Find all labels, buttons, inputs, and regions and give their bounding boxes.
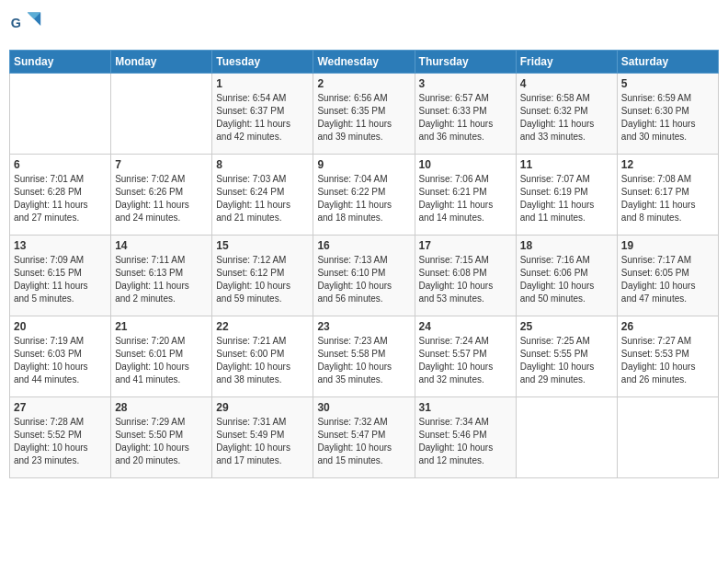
day-number: 10 xyxy=(419,158,512,171)
day-info: Sunrise: 7:01 AM Sunset: 6:28 PM Dayligh… xyxy=(14,173,107,224)
day-info: Sunrise: 7:27 AM Sunset: 5:53 PM Dayligh… xyxy=(621,335,714,386)
svg-text:G: G xyxy=(11,16,21,30)
day-number: 13 xyxy=(14,239,107,252)
day-info: Sunrise: 7:13 AM Sunset: 6:10 PM Dayligh… xyxy=(317,254,410,305)
day-number: 30 xyxy=(317,401,410,414)
day-of-week-header: Sunday xyxy=(10,51,111,74)
calendar-cell: 3Sunrise: 6:57 AM Sunset: 6:33 PM Daylig… xyxy=(415,74,516,155)
day-info: Sunrise: 7:21 AM Sunset: 6:00 PM Dayligh… xyxy=(216,335,309,386)
day-number: 8 xyxy=(216,158,309,171)
logo-icon: G xyxy=(9,9,42,42)
calendar-cell: 1Sunrise: 6:54 AM Sunset: 6:37 PM Daylig… xyxy=(212,74,313,155)
day-info: Sunrise: 6:54 AM Sunset: 6:37 PM Dayligh… xyxy=(216,92,309,144)
calendar-cell: 18Sunrise: 7:16 AM Sunset: 6:06 PM Dayli… xyxy=(516,236,617,316)
calendar-cell: 9Sunrise: 7:04 AM Sunset: 6:22 PM Daylig… xyxy=(313,155,415,236)
day-info: Sunrise: 7:03 AM Sunset: 6:24 PM Dayligh… xyxy=(216,173,309,224)
calendar-cell: 29Sunrise: 7:31 AM Sunset: 5:49 PM Dayli… xyxy=(212,397,313,478)
day-of-week-header: Tuesday xyxy=(212,51,313,74)
calendar-cell: 19Sunrise: 7:17 AM Sunset: 6:05 PM Dayli… xyxy=(617,236,718,316)
day-info: Sunrise: 7:29 AM Sunset: 5:50 PM Dayligh… xyxy=(115,416,208,467)
calendar-cell: 13Sunrise: 7:09 AM Sunset: 6:15 PM Dayli… xyxy=(10,236,111,316)
day-of-week-header: Monday xyxy=(111,51,212,74)
logo: G xyxy=(9,9,48,42)
day-number: 7 xyxy=(115,158,208,171)
day-info: Sunrise: 7:25 AM Sunset: 5:55 PM Dayligh… xyxy=(520,335,613,386)
day-number: 17 xyxy=(419,239,512,252)
day-of-week-header: Friday xyxy=(516,51,617,74)
day-info: Sunrise: 7:15 AM Sunset: 6:08 PM Dayligh… xyxy=(419,254,512,305)
day-number: 19 xyxy=(621,239,714,252)
day-number: 26 xyxy=(621,320,714,333)
day-number: 22 xyxy=(216,320,309,333)
day-info: Sunrise: 7:32 AM Sunset: 5:47 PM Dayligh… xyxy=(317,416,410,467)
day-info: Sunrise: 7:11 AM Sunset: 6:13 PM Dayligh… xyxy=(115,254,208,305)
day-number: 18 xyxy=(520,239,613,252)
day-info: Sunrise: 7:23 AM Sunset: 5:58 PM Dayligh… xyxy=(317,335,410,386)
calendar-cell: 30Sunrise: 7:32 AM Sunset: 5:47 PM Dayli… xyxy=(313,397,415,478)
day-number: 12 xyxy=(621,158,714,171)
day-number: 31 xyxy=(419,401,512,414)
calendar-cell: 23Sunrise: 7:23 AM Sunset: 5:58 PM Dayli… xyxy=(313,316,415,397)
calendar-cell: 15Sunrise: 7:12 AM Sunset: 6:12 PM Dayli… xyxy=(212,236,313,316)
day-number: 15 xyxy=(216,239,309,252)
day-info: Sunrise: 7:34 AM Sunset: 5:46 PM Dayligh… xyxy=(419,416,512,467)
day-info: Sunrise: 7:04 AM Sunset: 6:22 PM Dayligh… xyxy=(317,173,410,224)
calendar-cell xyxy=(111,74,212,155)
day-info: Sunrise: 7:16 AM Sunset: 6:06 PM Dayligh… xyxy=(520,254,613,305)
day-info: Sunrise: 6:58 AM Sunset: 6:32 PM Dayligh… xyxy=(520,92,613,144)
calendar-cell: 17Sunrise: 7:15 AM Sunset: 6:08 PM Dayli… xyxy=(415,236,516,316)
calendar-cell: 11Sunrise: 7:07 AM Sunset: 6:19 PM Dayli… xyxy=(516,155,617,236)
day-info: Sunrise: 6:59 AM Sunset: 6:30 PM Dayligh… xyxy=(621,92,714,144)
day-number: 23 xyxy=(317,320,410,333)
day-info: Sunrise: 7:31 AM Sunset: 5:49 PM Dayligh… xyxy=(216,416,309,467)
day-info: Sunrise: 7:24 AM Sunset: 5:57 PM Dayligh… xyxy=(419,335,512,386)
day-number: 16 xyxy=(317,239,410,252)
calendar-cell: 25Sunrise: 7:25 AM Sunset: 5:55 PM Dayli… xyxy=(516,316,617,397)
calendar-cell: 10Sunrise: 7:06 AM Sunset: 6:21 PM Dayli… xyxy=(415,155,516,236)
day-info: Sunrise: 7:19 AM Sunset: 6:03 PM Dayligh… xyxy=(14,335,107,386)
page-header: G xyxy=(9,9,719,42)
day-info: Sunrise: 7:12 AM Sunset: 6:12 PM Dayligh… xyxy=(216,254,309,305)
calendar-cell: 4Sunrise: 6:58 AM Sunset: 6:32 PM Daylig… xyxy=(516,74,617,155)
day-of-week-header: Saturday xyxy=(617,51,718,74)
calendar-cell: 7Sunrise: 7:02 AM Sunset: 6:26 PM Daylig… xyxy=(111,155,212,236)
day-info: Sunrise: 7:08 AM Sunset: 6:17 PM Dayligh… xyxy=(621,173,714,224)
calendar-cell: 26Sunrise: 7:27 AM Sunset: 5:53 PM Dayli… xyxy=(617,316,718,397)
calendar-cell: 24Sunrise: 7:24 AM Sunset: 5:57 PM Dayli… xyxy=(415,316,516,397)
calendar-cell: 31Sunrise: 7:34 AM Sunset: 5:46 PM Dayli… xyxy=(415,397,516,478)
day-of-week-header: Wednesday xyxy=(313,51,415,74)
calendar-cell: 8Sunrise: 7:03 AM Sunset: 6:24 PM Daylig… xyxy=(212,155,313,236)
day-info: Sunrise: 6:56 AM Sunset: 6:35 PM Dayligh… xyxy=(317,92,410,144)
day-info: Sunrise: 7:17 AM Sunset: 6:05 PM Dayligh… xyxy=(621,254,714,305)
calendar-cell: 22Sunrise: 7:21 AM Sunset: 6:00 PM Dayli… xyxy=(212,316,313,397)
calendar-cell: 27Sunrise: 7:28 AM Sunset: 5:52 PM Dayli… xyxy=(10,397,111,478)
day-info: Sunrise: 7:06 AM Sunset: 6:21 PM Dayligh… xyxy=(419,173,512,224)
day-number: 4 xyxy=(520,77,613,90)
day-number: 5 xyxy=(621,77,714,90)
day-number: 21 xyxy=(115,320,208,333)
day-number: 28 xyxy=(115,401,208,414)
day-number: 9 xyxy=(317,158,410,171)
day-number: 1 xyxy=(216,77,309,90)
day-number: 29 xyxy=(216,401,309,414)
day-info: Sunrise: 7:07 AM Sunset: 6:19 PM Dayligh… xyxy=(520,173,613,224)
day-number: 2 xyxy=(317,77,410,90)
day-number: 14 xyxy=(115,239,208,252)
day-number: 20 xyxy=(14,320,107,333)
calendar-cell: 12Sunrise: 7:08 AM Sunset: 6:17 PM Dayli… xyxy=(617,155,718,236)
calendar-cell: 20Sunrise: 7:19 AM Sunset: 6:03 PM Dayli… xyxy=(10,316,111,397)
day-number: 25 xyxy=(520,320,613,333)
calendar-cell xyxy=(516,397,617,478)
calendar-cell: 21Sunrise: 7:20 AM Sunset: 6:01 PM Dayli… xyxy=(111,316,212,397)
calendar-cell: 5Sunrise: 6:59 AM Sunset: 6:30 PM Daylig… xyxy=(617,74,718,155)
calendar-cell: 28Sunrise: 7:29 AM Sunset: 5:50 PM Dayli… xyxy=(111,397,212,478)
calendar-cell: 6Sunrise: 7:01 AM Sunset: 6:28 PM Daylig… xyxy=(10,155,111,236)
day-info: Sunrise: 7:28 AM Sunset: 5:52 PM Dayligh… xyxy=(14,416,107,467)
day-info: Sunrise: 7:02 AM Sunset: 6:26 PM Dayligh… xyxy=(115,173,208,224)
calendar-cell: 2Sunrise: 6:56 AM Sunset: 6:35 PM Daylig… xyxy=(313,74,415,155)
day-of-week-header: Thursday xyxy=(415,51,516,74)
day-info: Sunrise: 6:57 AM Sunset: 6:33 PM Dayligh… xyxy=(419,92,512,144)
calendar-table: SundayMondayTuesdayWednesdayThursdayFrid… xyxy=(9,50,719,478)
calendar-cell: 16Sunrise: 7:13 AM Sunset: 6:10 PM Dayli… xyxy=(313,236,415,316)
day-number: 11 xyxy=(520,158,613,171)
